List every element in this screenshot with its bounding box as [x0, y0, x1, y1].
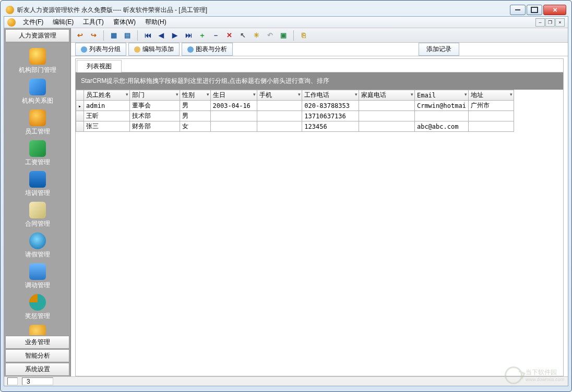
column-header[interactable]: 部门▾	[129, 90, 180, 101]
cell[interactable]	[468, 111, 514, 121]
sheet-icon[interactable]: ▦	[108, 30, 120, 41]
sidebar-bottom-0[interactable]: 业务管理	[5, 336, 69, 349]
maximize-button[interactable]	[527, 5, 542, 15]
cell[interactable]	[257, 111, 302, 121]
tab-edit-add[interactable]: 编辑与添加	[128, 43, 180, 56]
cell[interactable]: 男	[180, 111, 210, 121]
sidebar-header[interactable]: 人力资源管理	[5, 29, 69, 42]
dropdown-icon[interactable]: ▾	[464, 92, 467, 97]
menu-window[interactable]: 窗体(W)	[109, 17, 140, 28]
prev-icon[interactable]: ◀	[156, 30, 167, 41]
dropdown-icon[interactable]: ▾	[207, 92, 209, 97]
cell[interactable]: 020-83788353	[302, 101, 359, 111]
cell[interactable]	[359, 111, 415, 121]
sidebar-item-4[interactable]: 培训管理	[4, 169, 70, 199]
add-icon[interactable]: ＋	[196, 30, 208, 41]
column-header[interactable]: 地址▾	[468, 90, 514, 101]
dropdown-icon[interactable]: ▾	[126, 92, 128, 97]
sidebar-item-9[interactable]: 招聘管理	[4, 323, 70, 335]
grid-icon[interactable]: ▤	[122, 30, 133, 41]
next-icon[interactable]: ▶	[169, 30, 181, 41]
cell[interactable]	[257, 101, 302, 111]
cursor-icon[interactable]: ↖	[237, 30, 248, 41]
cell[interactable]	[257, 121, 302, 132]
data-grid[interactable]: 员工姓名▾部门▾性别▾生日▾手机▾工作电话▾家庭电话▾Email▾地址▾admi…	[76, 90, 563, 376]
cell[interactable]: 技术部	[129, 111, 180, 121]
sidebar-item-8[interactable]: 奖惩管理	[4, 292, 70, 322]
mdi-close[interactable]: ×	[555, 18, 565, 27]
cell[interactable]	[210, 111, 257, 121]
cell[interactable]: 财务部	[129, 121, 180, 132]
minimize-button[interactable]	[510, 5, 526, 15]
cell[interactable]: 男	[180, 101, 210, 111]
cell[interactable]: 女	[180, 121, 210, 132]
sidebar-item-1[interactable]: 机构关系图	[4, 77, 70, 107]
remove-icon[interactable]: －	[210, 30, 221, 41]
export-icon[interactable]: ▣	[278, 30, 289, 41]
column-header[interactable]: 生日▾	[210, 90, 257, 101]
delete-icon[interactable]: ✕	[223, 30, 235, 41]
cell[interactable]: 2003-04-16	[210, 101, 257, 111]
menu-tools[interactable]: 工具(T)	[79, 17, 108, 28]
cell[interactable]: 123456	[302, 121, 359, 132]
sidebar-item-0[interactable]: 机构部门管理	[4, 46, 70, 76]
menu-help[interactable]: 帮助(H)	[141, 17, 171, 28]
cell[interactable]: 董事会	[129, 101, 180, 111]
cell[interactable]: 张三	[84, 121, 130, 132]
dropdown-icon[interactable]: ▾	[176, 92, 178, 97]
group-hint-bar[interactable]: StarCRM提示您:用鼠标拖拽字段标题到这里进行分组,点击标题右侧小箭头进行查…	[76, 72, 563, 90]
cell[interactable]: admin	[84, 101, 130, 111]
view-tab-list[interactable]: 列表视图	[77, 60, 122, 72]
cell[interactable]	[359, 121, 415, 132]
menu-file[interactable]: 文件(F)	[19, 17, 47, 28]
cell[interactable]	[414, 111, 468, 121]
table-row[interactable]: 张三财务部女123456abc@abc.com	[76, 121, 514, 132]
close-button[interactable]	[543, 5, 566, 15]
sidebar-item-7[interactable]: 调动管理	[4, 262, 70, 291]
add-record-button[interactable]: 添加记录	[419, 43, 459, 56]
cell[interactable]: 13710637136	[302, 111, 359, 121]
cell[interactable]: abc@abc.com	[414, 121, 468, 132]
prev-set-icon[interactable]: ↩	[74, 30, 86, 41]
cursor-icon-glyph: ↖	[240, 31, 246, 39]
first-icon[interactable]: ⏮	[142, 30, 153, 41]
last-icon[interactable]: ⏭	[183, 30, 194, 41]
next-set-icon[interactable]: ↪	[88, 30, 99, 41]
cell[interactable]: 广州市	[468, 101, 514, 111]
column-header[interactable]: 工作电话▾	[302, 90, 359, 101]
exit-icon[interactable]: ⎘	[298, 30, 309, 41]
column-header[interactable]: 家庭电话▾	[359, 90, 415, 101]
dropdown-icon[interactable]: ▾	[253, 92, 256, 97]
tab-chart-analysis[interactable]: 图表与分析	[182, 43, 233, 56]
titlebar[interactable]: 昕友人力资源管理软件 永久免费版---- 昕友软件荣誉出品 - [员工管理]	[4, 4, 568, 16]
column-header[interactable]: 性别▾	[180, 90, 210, 101]
sidebar-item-3[interactable]: 工资管理	[4, 139, 70, 168]
mdi-minimize[interactable]: –	[535, 18, 545, 27]
column-header[interactable]: 员工姓名▾	[84, 90, 130, 101]
exit-icon-glyph: ⎘	[302, 31, 306, 39]
cell[interactable]	[210, 121, 257, 132]
dropdown-icon[interactable]: ▾	[298, 92, 301, 97]
sidebar-item-5[interactable]: 合同管理	[4, 200, 70, 230]
tab-list-group[interactable]: 列表与分组	[75, 43, 126, 56]
table-row[interactable]: 王昕技术部男13710637136	[76, 111, 514, 121]
wand-icon[interactable]: ✳	[251, 30, 262, 41]
dropdown-icon[interactable]: ▾	[411, 92, 413, 97]
dropdown-icon[interactable]: ▾	[355, 92, 358, 97]
app-icon	[6, 6, 14, 14]
undo-icon[interactable]: ↶	[264, 30, 276, 41]
sidebar-bottom-2[interactable]: 系统设置	[5, 363, 69, 376]
sidebar-bottom-1[interactable]: 智能分析	[5, 349, 69, 362]
sidebar-item-2[interactable]: 员工管理	[4, 108, 70, 138]
dropdown-icon[interactable]: ▾	[510, 92, 513, 97]
cell[interactable]	[468, 121, 514, 132]
cell[interactable]: 王昕	[84, 111, 130, 121]
cell[interactable]: Crmwin@hotmai	[414, 101, 468, 111]
sidebar-item-6[interactable]: 请假管理	[4, 231, 70, 261]
column-header[interactable]: Email▾	[414, 90, 468, 101]
column-header[interactable]: 手机▾	[257, 90, 302, 101]
menu-edit[interactable]: 编辑(E)	[49, 17, 78, 28]
table-row[interactable]: admin董事会男2003-04-16020-83788353Crmwin@ho…	[76, 101, 514, 111]
mdi-restore[interactable]: ❐	[545, 18, 555, 27]
cell[interactable]	[359, 101, 415, 111]
